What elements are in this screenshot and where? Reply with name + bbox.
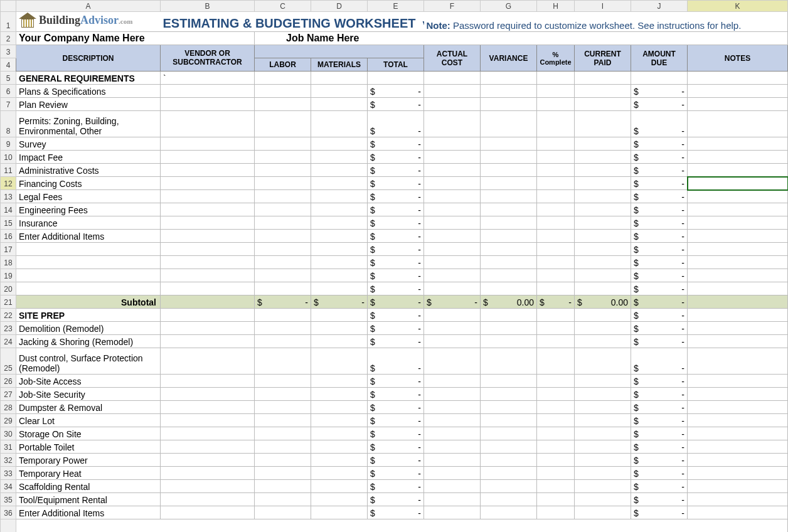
cell[interactable] (255, 190, 311, 203)
cell[interactable] (424, 151, 481, 164)
cell[interactable]: $- (368, 309, 424, 322)
cell[interactable] (424, 203, 481, 216)
select-all-corner[interactable] (1, 1, 16, 12)
cell[interactable] (575, 190, 631, 203)
cell[interactable] (537, 111, 575, 137)
cell[interactable] (575, 203, 631, 216)
cell[interactable] (255, 230, 311, 243)
cell[interactable] (255, 164, 311, 177)
cell[interactable] (311, 401, 368, 414)
description-cell[interactable]: Financing Costs (16, 177, 161, 190)
col-header[interactable]: A (16, 1, 161, 12)
cell[interactable] (424, 493, 481, 506)
cell[interactable]: $0.00 (575, 295, 631, 309)
cell[interactable] (575, 440, 631, 454)
cell[interactable] (575, 269, 631, 282)
cell[interactable] (537, 164, 575, 177)
cell[interactable] (688, 216, 788, 230)
cell[interactable] (255, 137, 311, 151)
cell[interactable] (481, 72, 537, 85)
cell[interactable] (255, 401, 311, 414)
cell[interactable] (424, 506, 481, 519)
cell[interactable]: $- (368, 335, 424, 348)
cell[interactable] (537, 427, 575, 440)
cell[interactable] (575, 322, 631, 335)
row-header[interactable]: 35 (1, 493, 16, 506)
cell[interactable] (424, 190, 481, 203)
row-header[interactable]: 11 (1, 164, 16, 177)
cell[interactable] (481, 493, 537, 506)
cell[interactable]: $- (631, 480, 688, 493)
cell[interactable] (161, 269, 255, 282)
cell[interactable] (161, 335, 255, 348)
cell[interactable] (575, 467, 631, 480)
cell[interactable] (311, 309, 368, 322)
cell[interactable] (255, 98, 311, 111)
cell[interactable]: $- (631, 388, 688, 401)
cell[interactable] (161, 137, 255, 151)
cell[interactable]: $- (368, 98, 424, 111)
description-cell[interactable]: Portable Toilet (16, 440, 161, 454)
row-header[interactable]: 7 (1, 98, 16, 111)
cell[interactable]: $- (631, 322, 688, 335)
cell[interactable] (424, 440, 481, 454)
description-cell[interactable]: Subtotal (16, 295, 161, 309)
cell[interactable] (688, 348, 788, 375)
description-cell[interactable]: SITE PREP (16, 309, 161, 322)
cell[interactable] (311, 467, 368, 480)
cell[interactable] (688, 480, 788, 493)
cell[interactable] (311, 322, 368, 335)
cell[interactable]: $- (255, 295, 311, 309)
cell[interactable]: $- (631, 243, 688, 256)
row-header[interactable]: 2 (1, 32, 16, 45)
cell[interactable] (424, 414, 481, 427)
cell[interactable] (255, 493, 311, 506)
cell[interactable]: $- (631, 348, 688, 375)
cell[interactable] (311, 388, 368, 401)
cell[interactable] (481, 190, 537, 203)
row-header[interactable]: 10 (1, 151, 16, 164)
cell[interactable] (481, 269, 537, 282)
cell[interactable] (161, 480, 255, 493)
description-cell[interactable]: Engineering Fees (16, 203, 161, 216)
cell[interactable] (575, 282, 631, 295)
cell[interactable] (688, 164, 788, 177)
cell[interactable] (255, 309, 311, 322)
cell[interactable]: $- (631, 309, 688, 322)
description-cell[interactable]: Jacking & Shoring (Remodel) (16, 335, 161, 348)
cell[interactable] (161, 164, 255, 177)
cell[interactable] (424, 427, 481, 440)
cell[interactable] (255, 111, 311, 137)
description-cell[interactable]: Clear Lot (16, 414, 161, 427)
row-header[interactable]: 16 (1, 230, 16, 243)
cell[interactable] (575, 427, 631, 440)
cell[interactable] (575, 111, 631, 137)
cell[interactable] (161, 309, 255, 322)
cell[interactable] (255, 375, 311, 388)
cell[interactable] (537, 335, 575, 348)
description-cell[interactable]: Enter Additional Items (16, 230, 161, 243)
cell[interactable] (424, 480, 481, 493)
cell[interactable] (575, 151, 631, 164)
row-header[interactable]: 32 (1, 454, 16, 467)
cell[interactable]: $- (368, 164, 424, 177)
cell[interactable] (537, 454, 575, 467)
col-header[interactable]: K (688, 1, 788, 12)
cell[interactable]: $- (368, 295, 424, 309)
cell[interactable]: $- (368, 401, 424, 414)
cell[interactable]: $- (631, 190, 688, 203)
cell[interactable]: $- (631, 282, 688, 295)
cell[interactable] (161, 467, 255, 480)
row-header[interactable]: 18 (1, 256, 16, 269)
cell[interactable] (481, 375, 537, 388)
cell[interactable] (537, 269, 575, 282)
cell[interactable] (161, 256, 255, 269)
cell[interactable]: $- (368, 190, 424, 203)
cell[interactable] (481, 164, 537, 177)
row-header[interactable]: 14 (1, 203, 16, 216)
row-header[interactable] (1, 519, 16, 533)
cell[interactable] (481, 85, 537, 98)
cell[interactable] (255, 216, 311, 230)
row-header[interactable]: 1 (1, 12, 16, 32)
cell[interactable]: $- (368, 243, 424, 256)
